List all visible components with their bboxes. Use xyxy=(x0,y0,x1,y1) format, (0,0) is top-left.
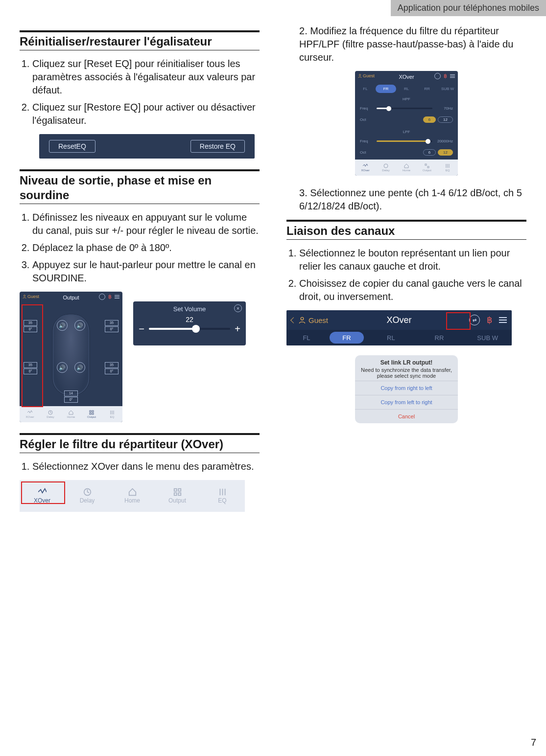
tab-eq[interactable]: EQ xyxy=(437,160,458,176)
output-screenshot: Guest Output ฿ 🔊 🔊 🔊 🔊 xyxy=(20,292,122,422)
svg-rect-2 xyxy=(90,411,91,412)
reset-eq-button[interactable]: ResetEQ xyxy=(49,140,95,153)
tab-xover[interactable]: XOver xyxy=(355,160,376,176)
freq-label: Freq xyxy=(360,106,373,111)
link-icon[interactable] xyxy=(99,294,105,300)
channel-tabs: FL FR RL RR SUB W xyxy=(355,85,458,93)
svg-rect-5 xyxy=(92,413,94,414)
menu-eq[interactable]: EQ xyxy=(200,480,245,512)
header-tab: Application pour téléphones mobiles xyxy=(391,0,546,16)
bluetooth-icon[interactable]: ฿ xyxy=(108,294,112,300)
link-header-screenshot: Guest XOver ฿ FL FR RL xyxy=(286,310,512,345)
settings-menu-screenshot: XOver Delay Home Output EQ xyxy=(20,480,245,512)
hpf-label: HPF xyxy=(355,93,458,103)
tab-sub[interactable]: SUB W xyxy=(437,85,458,93)
hpf-freq-slider[interactable] xyxy=(377,108,432,109)
tab-delay[interactable]: Delay xyxy=(40,406,61,422)
close-icon[interactable]: × xyxy=(234,304,242,312)
lpf-label: LPF xyxy=(355,126,458,136)
heading-xover-filter: Régler le filtre du répartiteur (XOver) xyxy=(20,433,260,453)
guest-chip: Guest xyxy=(23,294,39,299)
rr-values: 350° xyxy=(105,362,119,375)
svg-rect-13 xyxy=(425,164,427,165)
volume-minus-button[interactable]: − xyxy=(138,325,145,332)
oct-label: Oct xyxy=(360,117,373,122)
tab-rl[interactable]: RL xyxy=(396,85,417,93)
xover-screenshot: Guest XOver ฿ FL FR RL RR xyxy=(355,71,458,176)
tab-sub[interactable]: SUB W xyxy=(463,330,512,345)
xover-step-3: Sélectionnez une pente (ch 1-4 6/12 dB/o… xyxy=(299,186,526,213)
speaker-rl-icon[interactable]: 🔊 xyxy=(57,362,68,373)
link-channels-button[interactable] xyxy=(469,315,480,325)
svg-rect-4 xyxy=(90,413,91,414)
svg-rect-7 xyxy=(174,489,176,491)
svg-point-0 xyxy=(24,295,25,297)
hpf-slope-12[interactable]: 12 xyxy=(438,116,453,123)
back-chevron-icon[interactable] xyxy=(290,317,297,323)
fl-values: 350° xyxy=(24,320,37,333)
menu-icon[interactable] xyxy=(115,294,119,299)
lpf-freq-slider[interactable] xyxy=(377,140,432,142)
speaker-fl-icon[interactable]: 🔊 xyxy=(57,320,68,331)
right-column: Modifiez la fréquence du filtre du répar… xyxy=(286,24,526,523)
output-step-2: Déplacez la phase de 0º à 180º. xyxy=(32,241,260,254)
bottom-tabs: XOver Delay Home Output EQ xyxy=(20,406,122,422)
output-step-3: Appuyez sur le haut-parleur pour mettre … xyxy=(32,258,260,285)
tab-home[interactable]: Home xyxy=(396,160,417,176)
tab-fl[interactable]: FL xyxy=(289,332,324,344)
volume-plus-button[interactable]: + xyxy=(234,325,241,332)
copy-left-to-right-button[interactable]: Copy from left to right xyxy=(355,395,458,409)
tab-eq[interactable]: EQ xyxy=(102,406,122,422)
link-icon[interactable] xyxy=(434,73,441,79)
svg-rect-14 xyxy=(427,166,429,168)
tab-output[interactable]: Output xyxy=(81,406,102,422)
reset-eq-step-1: Cliquez sur [Reset EQ] pour réinitialise… xyxy=(32,57,260,97)
hpf-slope-6[interactable]: 6 xyxy=(423,116,436,123)
xover-step-1: Sélectionnez XOver dans le menu des para… xyxy=(32,460,260,473)
speaker-fr-icon[interactable]: 🔊 xyxy=(74,320,85,331)
volume-value: 22 xyxy=(138,316,241,323)
heading-channel-link: Liaison des canaux xyxy=(286,220,526,240)
menu-xover[interactable]: XOver xyxy=(20,480,65,512)
bottom-tabs: XOver Delay Home Output EQ xyxy=(355,160,458,176)
restore-eq-button[interactable]: Restore EQ xyxy=(190,140,245,153)
menu-delay[interactable]: Delay xyxy=(65,480,110,512)
menu-home[interactable]: Home xyxy=(110,480,155,512)
menu-icon[interactable] xyxy=(450,73,455,79)
tab-delay[interactable]: Delay xyxy=(376,160,396,176)
volume-slider[interactable] xyxy=(149,328,230,330)
svg-point-15 xyxy=(301,317,304,320)
lpf-slope-6[interactable]: 6 xyxy=(423,149,436,156)
output-title: Output xyxy=(63,295,79,300)
link-step-2: Choisissez de copier du canal gauche ver… xyxy=(299,277,526,303)
tab-rr[interactable]: RR xyxy=(415,330,464,345)
svg-point-12 xyxy=(384,164,388,168)
output-step-1: Définissez les niveaux en appuyant sur l… xyxy=(32,211,260,237)
speaker-rr-icon[interactable]: 🔊 xyxy=(74,362,85,373)
dialog-title: Set link LR output! xyxy=(361,359,452,366)
tab-fr[interactable]: FR xyxy=(376,85,396,93)
tab-fl[interactable]: FL xyxy=(355,85,376,93)
tab-rl[interactable]: RL xyxy=(367,330,415,345)
tab-xover[interactable]: XOver xyxy=(20,406,40,422)
copy-right-to-left-button[interactable]: Copy from right to left xyxy=(355,381,458,395)
dialog-subtitle: Need to synchronize the data transfer, p… xyxy=(361,367,452,379)
tab-home[interactable]: Home xyxy=(61,406,81,422)
svg-rect-9 xyxy=(174,493,176,495)
tab-fr[interactable]: FR xyxy=(330,332,364,344)
lpf-slope-12[interactable]: 12 xyxy=(438,149,453,156)
bluetooth-icon[interactable]: ฿ xyxy=(487,315,492,325)
sub-values: 140° xyxy=(64,390,78,403)
heading-output-phase-mute: Niveau de sortie, phase et mise en sourd… xyxy=(20,169,260,204)
link-lr-dialog: Set link LR output! Need to synchronize … xyxy=(355,355,458,423)
left-column: Réinitialiser/restaurer l'égalisateur Cl… xyxy=(20,24,260,523)
tab-rr[interactable]: RR xyxy=(417,85,437,93)
menu-icon[interactable] xyxy=(499,316,507,324)
xover-title: XOver xyxy=(399,74,414,80)
hpf-freq-value: 70Hz xyxy=(436,106,453,111)
set-volume-popup: Set Volume × 22 − + xyxy=(133,301,246,345)
tab-output[interactable]: Output xyxy=(417,160,437,176)
bluetooth-icon[interactable]: ฿ xyxy=(444,73,447,79)
cancel-button[interactable]: Cancel xyxy=(355,409,458,423)
menu-output[interactable]: Output xyxy=(155,480,200,512)
